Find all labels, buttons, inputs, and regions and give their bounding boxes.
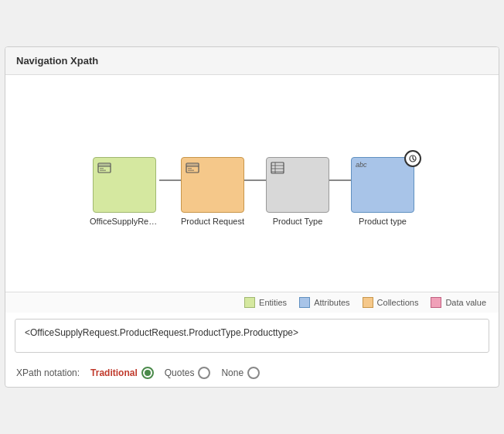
legend-label-attributes: Attributes — [314, 298, 349, 307]
svg-rect-4 — [100, 169, 106, 171]
notation-traditional-radio[interactable] — [141, 367, 154, 379]
node-label-4: Product type — [359, 217, 407, 226]
svg-rect-6 — [186, 163, 199, 166]
abc-badge: abc — [356, 161, 367, 169]
nodes-row: OfficeSupplyReq... Pr — [90, 157, 414, 226]
node-list-1[interactable] — [266, 157, 329, 213]
notation-none-radio[interactable] — [247, 367, 260, 379]
svg-rect-3 — [100, 168, 104, 169]
xpath-value: <OfficeSupplyRequest.ProductRequest.Prod… — [25, 327, 298, 338]
node-label-2: Product Request — [181, 217, 244, 226]
legend-collections: Collections — [363, 297, 419, 308]
panel-title: Navigation Xpath — [16, 55, 98, 67]
node-wrapper-2: Product Request — [181, 157, 244, 226]
legend-color-entities — [244, 297, 255, 308]
notation-option-quotes[interactable]: Quotes — [165, 367, 211, 379]
notation-row: XPath notation: Traditional Quotes None — [5, 359, 499, 387]
legend-label-data-value: Data value — [445, 298, 486, 307]
connector-2 — [244, 179, 266, 181]
corner-action-icon[interactable] — [404, 150, 421, 167]
notation-option-none[interactable]: None — [221, 367, 260, 379]
node-collection-1[interactable] — [181, 157, 244, 213]
svg-rect-9 — [188, 169, 194, 171]
panel-header: Navigation Xpath — [5, 47, 499, 75]
main-panel: Navigation Xpath Offi — [5, 46, 499, 388]
connector-1 — [159, 179, 181, 181]
legend-label-collections: Collections — [377, 298, 419, 307]
notation-quotes-label: Quotes — [165, 367, 195, 378]
legend-label-entities: Entities — [259, 298, 287, 307]
legend-row: Entities Attributes Collections Data val… — [5, 292, 499, 313]
legend-color-data-value — [431, 297, 441, 308]
entity-icon-1 — [97, 162, 111, 176]
connector-3 — [329, 179, 351, 181]
node-wrapper-1: OfficeSupplyReq... — [90, 157, 159, 226]
notation-none-label: None — [221, 367, 243, 378]
entity-icon-2 — [186, 162, 199, 176]
notation-option-traditional[interactable]: Traditional — [90, 367, 154, 379]
node-label-1: OfficeSupplyReq... — [90, 217, 159, 226]
node-entity-1[interactable] — [93, 157, 156, 213]
legend-data-value: Data value — [431, 297, 486, 308]
node-wrapper-4: abc Product type — [351, 157, 414, 226]
xpath-display: <OfficeSupplyRequest.ProductRequest.Prod… — [15, 319, 489, 353]
svg-line-17 — [413, 159, 414, 160]
svg-rect-8 — [188, 168, 192, 169]
legend-attributes: Attributes — [299, 297, 349, 308]
list-icon — [271, 162, 284, 176]
node-wrapper-3: Product Type — [266, 157, 329, 226]
notation-quotes-radio[interactable] — [198, 367, 210, 379]
node-attribute-1[interactable]: abc — [351, 157, 414, 213]
svg-rect-1 — [98, 163, 111, 166]
notation-label: XPath notation: — [16, 367, 80, 378]
node-label-3: Product Type — [273, 217, 323, 226]
legend-entities: Entities — [244, 297, 287, 308]
diagram-area: OfficeSupplyReq... Pr — [5, 75, 499, 292]
legend-color-attributes — [299, 297, 310, 308]
legend-color-collections — [363, 297, 373, 308]
notation-traditional-label: Traditional — [90, 367, 138, 378]
